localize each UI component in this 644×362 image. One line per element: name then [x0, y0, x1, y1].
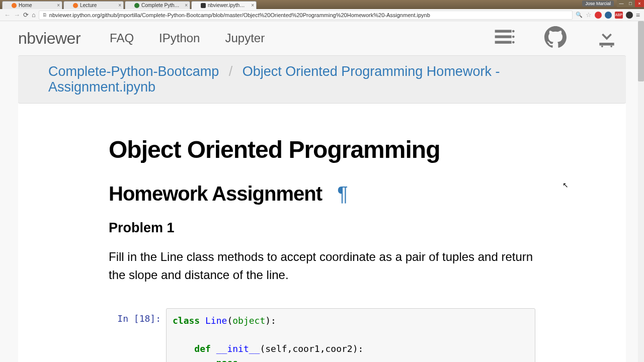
scrollbar-thumb[interactable] [638, 21, 644, 81]
back-button[interactable]: ← [4, 11, 11, 19]
reload-button[interactable]: ⟳ [23, 11, 29, 19]
code-line: pass [173, 356, 529, 362]
github-icon[interactable] [544, 26, 567, 50]
close-icon[interactable]: × [251, 3, 254, 8]
browser-tab-nbviewer[interactable]: nbviewer.ipython.org/github × [191, 1, 257, 9]
svg-point-5 [512, 41, 515, 44]
tab-title: Complete Python Bootcamp [141, 3, 181, 8]
adblock-icon[interactable]: ABP [615, 12, 623, 19]
browser-chrome: Home × Lecture × Complete Python Bootcam… [0, 0, 644, 21]
extension-icon[interactable] [626, 12, 633, 19]
notebook-content: Object Oriented Programming Homework Ass… [18, 104, 626, 362]
tab-title: Home [19, 3, 32, 8]
bookmark-star-icon[interactable]: ☆ [586, 11, 592, 19]
nav-link-ipython[interactable]: IPython [159, 31, 200, 45]
tab-title: Lecture [80, 3, 97, 8]
minimize-button[interactable]: — [617, 0, 626, 7]
nav-action-icons [493, 26, 626, 50]
user-badge[interactable]: Jose Marcial [582, 1, 614, 7]
zoom-icon[interactable]: 🔍 [576, 12, 583, 18]
maximize-button[interactable]: □ [626, 0, 635, 7]
download-icon[interactable] [596, 26, 618, 50]
svg-rect-1 [495, 35, 512, 38]
brand-logo[interactable]: nbviewer [18, 29, 80, 48]
code-input: class Line(object): def __init__(self,co… [166, 308, 535, 362]
anchor-link-icon[interactable]: ¶ [337, 183, 347, 205]
svg-point-4 [512, 36, 515, 38]
heading-text: Homework Assignment [109, 183, 322, 205]
close-window-button[interactable]: × [635, 0, 644, 7]
extension-icon[interactable] [605, 12, 612, 19]
nbviewer-favicon-icon [201, 3, 206, 8]
jupyter-favicon-icon [12, 3, 17, 8]
breadcrumb-bar: Complete-Python-Bootcamp / Object Orient… [18, 55, 626, 104]
close-icon[interactable]: × [57, 3, 60, 8]
url-input[interactable]: 🗎 nbviewer.ipython.org/github/jmportilla… [39, 11, 573, 20]
home-button[interactable]: ⌂ [32, 11, 36, 19]
browser-tab-udemy[interactable]: Complete Python Bootcamp × [125, 1, 190, 9]
code-line [173, 328, 529, 342]
code-line: def __init__(self,coor1,coor2): [173, 342, 529, 356]
page-content: nbviewer FAQ IPython Jupyter Complete-Py… [0, 21, 644, 362]
breadcrumb: Complete-Python-Bootcamp / Object Orient… [48, 64, 500, 95]
problem-heading: Problem 1 [109, 220, 535, 236]
breadcrumb-repo[interactable]: Complete-Python-Bootcamp [48, 64, 219, 79]
tab-title: nbviewer.ipython.org/github [208, 3, 247, 8]
udemy-favicon-icon [134, 3, 139, 8]
address-bar: ← → ⟳ ⌂ 🗎 nbviewer.ipython.org/github/jm… [0, 9, 644, 21]
code-line: class Line(object): [173, 314, 529, 328]
section-heading: Homework Assignment ¶ [109, 183, 535, 205]
code-cell: In [18]: class Line(object): def __init_… [109, 308, 535, 362]
chrome-menu-icon[interactable]: ≡ [636, 11, 640, 19]
nav-link-jupyter[interactable]: Jupyter [225, 31, 265, 45]
svg-point-3 [512, 30, 515, 33]
svg-point-6 [601, 46, 603, 48]
site-navbar: nbviewer FAQ IPython Jupyter [0, 21, 644, 55]
extension-icon[interactable] [595, 12, 602, 19]
tab-bar: Home × Lecture × Complete Python Bootcam… [0, 0, 644, 9]
url-text: nbviewer.ipython.org/github/jmportilla/C… [49, 12, 430, 18]
svg-rect-2 [495, 41, 512, 43]
nav-links: FAQ IPython Jupyter [110, 31, 265, 45]
jupyter-favicon-icon [73, 3, 78, 8]
svg-point-7 [610, 46, 612, 48]
vertical-scrollbar[interactable] [638, 21, 644, 362]
close-icon[interactable]: × [185, 3, 188, 8]
problem-description: Fill in the Line class methods to accept… [109, 248, 535, 284]
browser-tab-lecture[interactable]: Lecture × [63, 1, 124, 9]
page-title: Object Oriented Programming [109, 136, 535, 163]
breadcrumb-separator: / [229, 64, 233, 79]
extension-icons: ABP ≡ [595, 11, 640, 19]
list-icon[interactable] [493, 26, 515, 50]
window-controls: — □ × [617, 0, 644, 7]
close-icon[interactable]: × [118, 3, 121, 8]
page-info-icon[interactable]: 🗎 [42, 12, 47, 18]
input-prompt: In [18]: [109, 308, 161, 362]
svg-rect-0 [495, 30, 512, 33]
nav-link-faq[interactable]: FAQ [110, 31, 134, 45]
browser-tab-home[interactable]: Home × [2, 1, 62, 9]
forward-button[interactable]: → [14, 11, 20, 19]
